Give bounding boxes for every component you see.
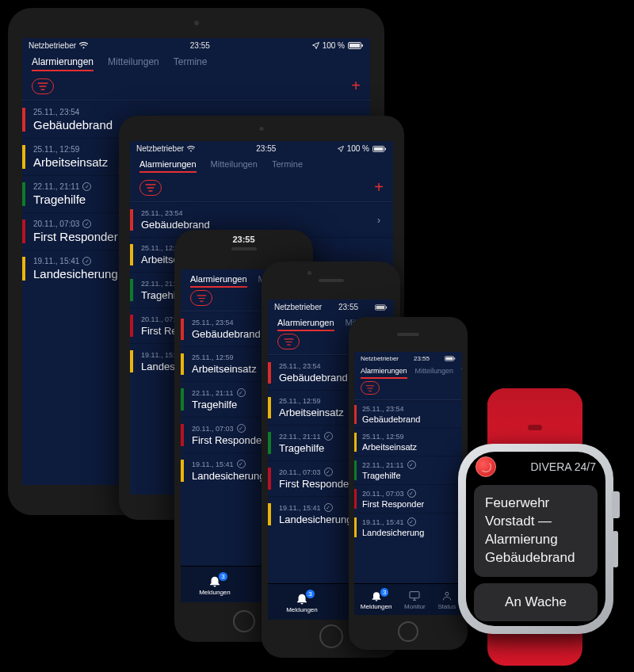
carrier-label: Netzbetrieber bbox=[29, 41, 76, 50]
severity-stripe bbox=[22, 145, 25, 169]
alarm-title: Landesicherung bbox=[279, 514, 353, 525]
severity-stripe bbox=[268, 503, 271, 525]
top-tabs: Alarmierungen Mitteilungen Termine bbox=[354, 364, 462, 378]
filter-button[interactable] bbox=[32, 78, 54, 94]
badge: 3 bbox=[219, 572, 227, 581]
filter-bar: + bbox=[130, 172, 393, 200]
alarm-timestamp: 25.11., 23:54 bbox=[192, 319, 261, 326]
camera-dot bbox=[307, 271, 311, 275]
clock: 23:55 bbox=[414, 355, 430, 362]
side-button[interactable] bbox=[613, 531, 618, 567]
severity-stripe bbox=[130, 244, 133, 265]
tab-termine[interactable]: Termine bbox=[461, 367, 462, 375]
tab-mitteilungen[interactable]: Mitteilungen bbox=[211, 159, 258, 169]
filter-button[interactable] bbox=[361, 381, 380, 395]
digital-crown[interactable] bbox=[612, 491, 620, 518]
chevron-right-icon: › bbox=[377, 215, 385, 226]
nav-meldungen[interactable]: 3 Meldungen bbox=[286, 591, 318, 613]
alarm-timestamp: 22.11., 21:11 bbox=[279, 432, 333, 441]
alarm-title: First Responder bbox=[362, 499, 424, 509]
clock: 23:55 bbox=[190, 41, 210, 50]
check-icon bbox=[407, 460, 416, 469]
alarm-timestamp: 22.11., 21:11 bbox=[33, 182, 91, 191]
tab-alarmierungen[interactable]: Alarmierungen bbox=[277, 318, 334, 327]
filter-button[interactable] bbox=[277, 334, 300, 349]
alarm-title: Arbeitseinsatz bbox=[33, 155, 108, 169]
speaker-slot bbox=[319, 279, 344, 282]
filter-button[interactable] bbox=[190, 290, 212, 306]
check-icon bbox=[237, 424, 246, 433]
camera-dot bbox=[260, 127, 264, 131]
location-icon bbox=[338, 146, 344, 152]
action-button[interactable]: An Wache bbox=[474, 583, 598, 621]
alarm-timestamp: 20.11., 07:03 bbox=[192, 424, 265, 433]
severity-stripe bbox=[130, 209, 133, 231]
alarm-title: First Responder bbox=[33, 230, 118, 243]
svg-rect-5 bbox=[385, 147, 386, 150]
severity-stripe bbox=[130, 279, 133, 301]
carrier-label: Netzbetrieber bbox=[274, 303, 322, 311]
svg-rect-4 bbox=[374, 147, 384, 150]
tab-alarmierungen[interactable]: Alarmierungen bbox=[139, 159, 197, 169]
severity-stripe bbox=[22, 220, 25, 243]
check-icon bbox=[324, 468, 333, 476]
badge: 3 bbox=[306, 590, 314, 598]
filter-button[interactable] bbox=[139, 180, 162, 196]
alarm-title: Gebäudebrand bbox=[33, 118, 113, 132]
tab-termine[interactable]: Termine bbox=[174, 56, 208, 67]
svg-rect-9 bbox=[386, 306, 387, 307]
battery-icon bbox=[348, 42, 364, 49]
badge: 3 bbox=[380, 588, 388, 597]
severity-stripe bbox=[354, 433, 357, 452]
nav-meldungen[interactable]: 3 Meldungen bbox=[199, 574, 231, 596]
camera-dot bbox=[194, 21, 199, 25]
alarm-title: Landesicherung bbox=[362, 528, 424, 537]
severity-stripe bbox=[268, 397, 271, 418]
alarm-timestamp: 25.11., 12:59 bbox=[362, 433, 417, 441]
tab-mitteilungen[interactable]: Mitteilungen bbox=[415, 367, 454, 375]
watch-screen: DIVERA 24/7 Feuerwehr Vorstadt — Alarmie… bbox=[466, 452, 605, 626]
tab-alarmierungen[interactable]: Alarmierungen bbox=[190, 274, 247, 284]
svg-rect-13 bbox=[454, 357, 455, 359]
nav-meldungen[interactable]: 3 Meldungen bbox=[361, 590, 392, 610]
check-icon bbox=[237, 388, 246, 397]
add-button[interactable]: + bbox=[351, 77, 361, 95]
severity-stripe bbox=[268, 362, 271, 384]
severity-stripe bbox=[22, 257, 25, 281]
top-tabs: Alarmierungen Mitteilungen Termine bbox=[22, 52, 370, 71]
alarm-title: Tragehilfe bbox=[33, 193, 91, 206]
severity-stripe bbox=[354, 489, 357, 509]
nav-monitor[interactable]: Monitor bbox=[404, 590, 426, 610]
tab-alarmierungen[interactable]: Alarmierungen bbox=[32, 56, 94, 67]
home-button[interactable] bbox=[398, 621, 418, 642]
wifi-icon bbox=[79, 42, 88, 49]
severity-stripe bbox=[268, 468, 271, 490]
alarm-timestamp: 19.11., 15:41 bbox=[279, 503, 353, 512]
alarm-title: Landesicherung bbox=[192, 470, 265, 482]
svg-rect-14 bbox=[410, 591, 419, 598]
nav-label: Meldungen bbox=[199, 589, 231, 596]
watch-case: DIVERA 24/7 Feuerwehr Vorstadt — Alarmie… bbox=[458, 444, 613, 634]
nav-label: Monitor bbox=[404, 603, 426, 610]
notification-message[interactable]: Feuerwehr Vorstadt — Alarmierung Gebäude… bbox=[474, 485, 598, 577]
home-button[interactable] bbox=[319, 624, 343, 648]
alarm-title: Tragehilfe bbox=[192, 399, 246, 410]
home-button[interactable] bbox=[233, 610, 255, 632]
watch-header: DIVERA 24/7 bbox=[466, 452, 605, 480]
device-apple-watch: DIVERA 24/7 Feuerwehr Vorstadt — Alarmie… bbox=[444, 388, 626, 666]
alarm-timestamp: 25.11., 12:59 bbox=[192, 353, 257, 361]
carrier-label: Netzbetrieber bbox=[361, 355, 399, 362]
tab-alarmierungen[interactable]: Alarmierungen bbox=[361, 367, 407, 375]
alarm-title: Gebäudebrand bbox=[192, 328, 261, 340]
battery-icon bbox=[375, 304, 388, 311]
svg-rect-2 bbox=[361, 44, 363, 47]
status-bar: Netzbetrieber 23:55 100 % bbox=[22, 38, 370, 52]
status-bar: Netzbetrieber 23:55 100 % bbox=[130, 141, 393, 155]
tab-mitteilungen[interactable]: Mitteilungen bbox=[108, 56, 159, 67]
tab-termine[interactable]: Termine bbox=[272, 159, 303, 169]
check-icon bbox=[407, 517, 416, 526]
app-name: DIVERA 24/7 bbox=[531, 460, 597, 473]
severity-stripe bbox=[130, 350, 133, 372]
add-button[interactable]: + bbox=[374, 178, 384, 197]
alarm-timestamp: 19.11., 15:41 bbox=[33, 257, 118, 265]
